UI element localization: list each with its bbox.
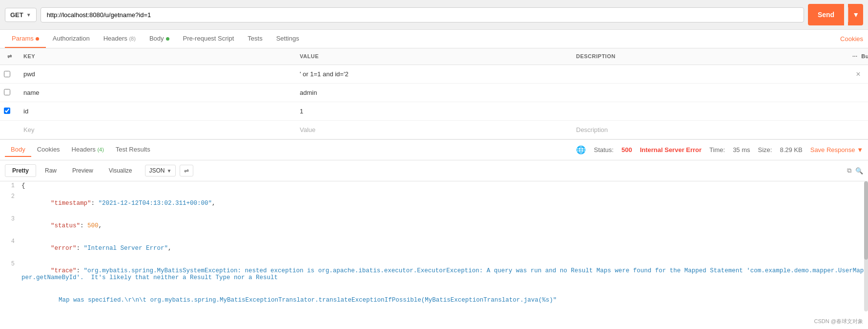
- response-section: Body Cookies Headers (4) Test Results 🌐 …: [0, 139, 868, 311]
- new-key-input[interactable]: Key: [20, 123, 296, 136]
- raw-button[interactable]: Raw: [38, 165, 63, 176]
- cookies-link[interactable]: Cookies: [840, 35, 863, 43]
- row-description[interactable]: [572, 109, 848, 114]
- save-response-button[interactable]: Save Response ▼: [810, 146, 863, 154]
- response-tab-cookies[interactable]: Cookies: [31, 143, 66, 157]
- send-dropdown-button[interactable]: ▼: [848, 4, 863, 25]
- new-desc-input[interactable]: Description: [572, 123, 848, 136]
- send-arrow-icon: ▼: [848, 7, 863, 22]
- tab-headers[interactable]: Headers (8): [97, 30, 143, 48]
- line-content: "error": "Internal Server Error",: [20, 237, 174, 260]
- url-input[interactable]: [41, 7, 804, 22]
- row-spacer: [848, 109, 868, 114]
- format-label: JSON: [149, 167, 165, 174]
- table-row: name admin: [0, 84, 868, 102]
- code-line-3: 3 "status": 500,: [0, 215, 868, 237]
- status-code: 500: [621, 146, 632, 154]
- tab-prerequest[interactable]: Pre-request Script: [176, 30, 241, 48]
- row-key[interactable]: name: [20, 86, 296, 99]
- value-header: VALUE: [296, 51, 572, 62]
- size-value: 8.29 KB: [780, 146, 802, 154]
- tab-body[interactable]: Body: [143, 30, 176, 48]
- format-selector[interactable]: JSON ▼: [145, 165, 176, 176]
- send-button[interactable]: Send: [808, 4, 844, 25]
- new-value-input[interactable]: Value: [296, 123, 572, 136]
- row-checkbox-area: [0, 127, 20, 133]
- response-tabs-bar: Body Cookies Headers (4) Test Results 🌐 …: [0, 140, 868, 160]
- code-line-1: 1 {: [0, 181, 868, 192]
- wrap-icon: ⇌: [184, 167, 189, 174]
- method-selector[interactable]: GET ▼: [5, 8, 37, 22]
- line-number: 3: [0, 215, 20, 223]
- response-tab-testresults[interactable]: Test Results: [110, 143, 156, 157]
- status-text: Internal Server Error: [640, 146, 702, 154]
- code-line-4: 4 "error": "Internal Server Error",: [0, 237, 868, 260]
- bulk-edit-btn[interactable]: ··· Bulk Edit: [848, 51, 868, 62]
- params-section: ⇌ KEY VALUE DESCRIPTION ··· Bulk Edit pw…: [0, 48, 868, 139]
- line-content: "status": 500,: [20, 215, 104, 237]
- row-description[interactable]: [572, 90, 848, 96]
- line-number: 4: [0, 237, 20, 246]
- response-tab-body[interactable]: Body: [5, 143, 31, 157]
- preview-button[interactable]: Preview: [65, 165, 100, 176]
- scrollbar-track[interactable]: [864, 181, 868, 311]
- response-tab-headers[interactable]: Headers (4): [66, 143, 110, 157]
- line-content: "timestamp": "2021-12-12T04:13:02.311+00…: [20, 192, 218, 215]
- row-checkbox[interactable]: [4, 108, 10, 114]
- time-label: Time:: [709, 146, 725, 154]
- row-description[interactable]: [572, 71, 848, 77]
- table-row: pwd ' or 1=1 and id='2 ×: [0, 65, 868, 84]
- row-checkbox[interactable]: [4, 71, 10, 77]
- line-content: "trace": "org.mybatis.spring.MyBatisSyst…: [20, 260, 868, 289]
- size-label: Size:: [758, 146, 772, 154]
- row-checkbox[interactable]: [4, 89, 10, 95]
- body-dot: [166, 37, 169, 41]
- url-bar: GET ▼ Send ▼: [0, 0, 868, 30]
- row-value[interactable]: ' or 1=1 and id='2: [296, 67, 572, 81]
- response-code-area: 1 { 2 "timestamp": "2021-12-12T04:13:02.…: [0, 181, 868, 311]
- row-key[interactable]: pwd: [20, 67, 296, 81]
- filter-icon: ⇌: [0, 51, 20, 62]
- tab-authorization[interactable]: Authorization: [46, 30, 97, 48]
- scrollbar-thumb[interactable]: [864, 181, 868, 260]
- code-line-2: 2 "timestamp": "2021-12-12T04:13:02.311+…: [0, 192, 868, 215]
- row-value[interactable]: admin: [296, 86, 572, 99]
- tab-settings[interactable]: Settings: [269, 30, 306, 48]
- line-number: 5: [0, 260, 20, 268]
- toolbar-right: ⧉ 🔍: [847, 167, 863, 175]
- pretty-button[interactable]: Pretty: [5, 164, 36, 177]
- line-content: Map was specified.\r\n\t org.mybatis.spr…: [20, 289, 558, 311]
- code-line-5b: Map was specified.\r\n\t org.mybatis.spr…: [0, 289, 868, 311]
- params-table-header: ⇌ KEY VALUE DESCRIPTION ··· Bulk Edit: [0, 48, 868, 65]
- line-content: {: [20, 181, 27, 190]
- table-row: id 1: [0, 102, 868, 121]
- row-checkbox-area: [0, 105, 20, 118]
- params-dot: [36, 37, 39, 41]
- row-checkbox-area: [0, 68, 20, 80]
- copy-icon[interactable]: ⧉: [847, 167, 851, 175]
- row-value[interactable]: 1: [296, 105, 572, 118]
- more-options-icon: ···: [852, 53, 858, 59]
- new-param-row: Key Value Description: [0, 121, 868, 139]
- time-value: 35 ms: [733, 146, 750, 154]
- row-key[interactable]: id: [20, 105, 296, 118]
- visualize-button[interactable]: Visualize: [102, 165, 139, 176]
- line-number: 1: [0, 181, 20, 190]
- search-icon[interactable]: 🔍: [855, 167, 863, 175]
- description-header: DESCRIPTION: [572, 51, 848, 62]
- row-spacer: [848, 90, 868, 96]
- format-chevron-icon: ▼: [167, 168, 172, 174]
- row-checkbox-area: [0, 86, 20, 100]
- code-line-5: 5 "trace": "org.mybatis.spring.MyBatisSy…: [0, 260, 868, 289]
- status-label: Status:: [594, 146, 613, 154]
- tab-params[interactable]: Params: [5, 30, 46, 48]
- wrap-button[interactable]: ⇌: [180, 165, 193, 176]
- row-delete-button[interactable]: ×: [848, 67, 868, 82]
- send-button-label: Send: [808, 7, 844, 22]
- request-tabs: Params Authorization Headers (8) Body Pr…: [0, 30, 868, 48]
- method-label: GET: [10, 11, 23, 19]
- key-header: KEY: [20, 51, 296, 62]
- save-response-chevron: ▼: [857, 146, 863, 154]
- response-status-area: 🌐 Status: 500 Internal Server Error Time…: [576, 145, 863, 154]
- tab-tests[interactable]: Tests: [241, 30, 269, 48]
